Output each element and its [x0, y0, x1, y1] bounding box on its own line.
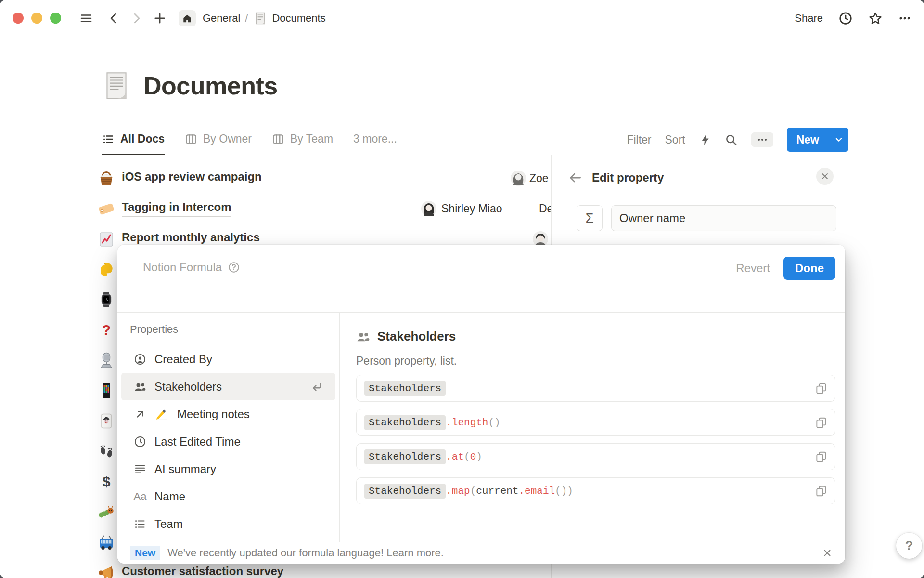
breadcrumb-root[interactable]: General — [203, 12, 240, 25]
help-button[interactable]: ? — [896, 533, 922, 559]
close-icon[interactable] — [822, 548, 833, 558]
red-question-mark-emoji: ? — [97, 321, 116, 339]
property-item-last-edited-time[interactable]: Last Edited Time — [121, 428, 335, 455]
search-icon[interactable] — [725, 133, 738, 146]
megaphone-emoji — [97, 564, 116, 578]
code-token: Stakeholders — [364, 449, 446, 464]
formula-input-placeholder[interactable]: Notion Formula — [143, 261, 222, 274]
property-label: Team — [154, 517, 183, 531]
formula-suggestion[interactable]: Stakeholders .map ( current .email ()) — [356, 477, 835, 504]
property-label: AI summary — [154, 462, 216, 476]
filter-button[interactable]: Filter — [627, 133, 651, 146]
close-window-button[interactable] — [13, 13, 24, 24]
minimize-window-button[interactable] — [31, 13, 42, 24]
formula-suggestion[interactable]: Stakeholders .at ( 0 ) — [356, 443, 835, 470]
dollar-sign-emoji: $ — [97, 473, 116, 491]
favorite-star-icon[interactable] — [868, 11, 883, 26]
property-item-meeting-notes[interactable]: Meeting notes — [121, 400, 335, 428]
tab-by-team[interactable]: By Team — [272, 124, 333, 155]
people-icon — [134, 380, 146, 393]
basket-emoji — [97, 170, 116, 188]
page-header: Documents — [101, 70, 278, 101]
trolleybus-emoji — [97, 533, 116, 552]
zoom-window-button[interactable] — [50, 13, 61, 24]
close-icon[interactable] — [816, 168, 834, 185]
property-item-ai-summary[interactable]: AI summary — [121, 455, 335, 483]
table-row[interactable]: iOS app review campaign Zoe — [94, 163, 551, 194]
formula-editor-popup: Notion Formula Revert Done Properties Cr… — [117, 245, 845, 564]
property-label: Name — [154, 490, 185, 503]
date-cell: Dece — [539, 202, 551, 215]
owner-name: Shirley Miao — [441, 202, 502, 215]
footprints-emoji — [97, 442, 116, 460]
detail-title: Stakeholders — [377, 329, 456, 344]
doc-title[interactable]: iOS app review campaign — [122, 170, 262, 186]
board-view-icon — [272, 133, 284, 145]
formula-suggestion[interactable]: Stakeholders — [356, 375, 835, 402]
tab-all-docs[interactable]: All Docs — [102, 124, 165, 155]
detail-subtitle: Person property, list. — [356, 355, 835, 368]
avatar[interactable] — [420, 200, 437, 217]
mobile-phone-emoji — [97, 381, 116, 400]
caterpillar-emoji — [97, 503, 116, 521]
sidebar-menu-icon[interactable] — [79, 12, 93, 25]
new-tab-icon[interactable] — [154, 12, 166, 25]
more-options-icon[interactable] — [898, 12, 911, 25]
property-label: Last Edited Time — [154, 435, 241, 448]
tab-more-views[interactable]: 3 more... — [353, 124, 397, 155]
new-dropdown-chevron-icon[interactable] — [829, 128, 848, 152]
property-item-team[interactable]: Team — [121, 510, 335, 538]
list-icon — [134, 518, 146, 530]
banner-message[interactable]: We've recently updated our formula langu… — [167, 547, 444, 559]
breadcrumb-page[interactable]: Documents — [272, 12, 325, 25]
formula-properties-panel: Properties Created By Stakeholders — [117, 313, 340, 542]
back-icon[interactable] — [107, 12, 120, 25]
view-options-icon[interactable] — [751, 132, 773, 147]
tab-by-owner[interactable]: By Owner — [185, 124, 252, 155]
property-label: Stakeholders — [154, 380, 222, 394]
doc-title[interactable]: Customer satisfaction survey — [122, 565, 283, 578]
property-item-created-by[interactable]: Created By — [121, 345, 335, 373]
revert-button[interactable]: Revert — [736, 262, 770, 275]
property-item-name[interactable]: Aa Name — [121, 483, 335, 510]
arrow-up-right-icon — [134, 408, 146, 420]
help-circle-icon[interactable] — [228, 261, 240, 274]
view-bar: All Docs By Owner By Team 3 more... Filt… — [102, 124, 848, 155]
copy-icon[interactable] — [815, 450, 827, 463]
new-button[interactable]: New — [787, 128, 829, 152]
copy-icon[interactable] — [815, 416, 827, 429]
table-row[interactable]: Tagging in Intercom Shirley Miao Dece — [94, 194, 551, 224]
writing-hand-emoji — [154, 407, 169, 421]
sort-button[interactable]: Sort — [665, 133, 685, 146]
doc-title[interactable]: Tagging in Intercom — [122, 200, 231, 217]
people-icon — [356, 329, 370, 343]
code-token: Stakeholders — [364, 415, 446, 430]
share-button[interactable]: Share — [795, 12, 823, 25]
joker-card-emoji — [97, 412, 116, 430]
forward-icon[interactable] — [130, 12, 143, 25]
list-view-icon — [102, 133, 115, 145]
title-aa-icon: Aa — [134, 490, 146, 503]
home-icon[interactable] — [179, 10, 196, 26]
property-name-input[interactable] — [611, 205, 836, 231]
formula-sigma-icon[interactable]: Σ — [577, 205, 603, 231]
edit-property-title: Edit property — [592, 171, 664, 184]
done-button[interactable]: Done — [783, 257, 835, 280]
updates-clock-icon[interactable] — [838, 11, 853, 26]
properties-heading: Properties — [130, 323, 339, 336]
tab-label: By Owner — [203, 132, 252, 145]
property-item-stakeholders[interactable]: Stakeholders — [121, 373, 335, 400]
page-title: Documents — [143, 71, 278, 100]
page-icon-document-emoji[interactable] — [101, 70, 132, 101]
copy-icon[interactable] — [815, 485, 827, 497]
edit-property-header: Edit property — [568, 171, 664, 185]
avatar[interactable] — [510, 170, 527, 187]
chart-increasing-emoji — [97, 230, 116, 249]
automation-lightning-icon[interactable] — [699, 133, 711, 146]
copy-icon[interactable] — [815, 382, 827, 394]
back-arrow-icon[interactable] — [568, 171, 582, 185]
formula-suggestion[interactable]: Stakeholders .length () — [356, 409, 835, 436]
lines-text-icon — [134, 463, 146, 475]
board-view-icon — [185, 133, 197, 145]
view-tabs: All Docs By Owner By Team 3 more... — [102, 124, 397, 155]
